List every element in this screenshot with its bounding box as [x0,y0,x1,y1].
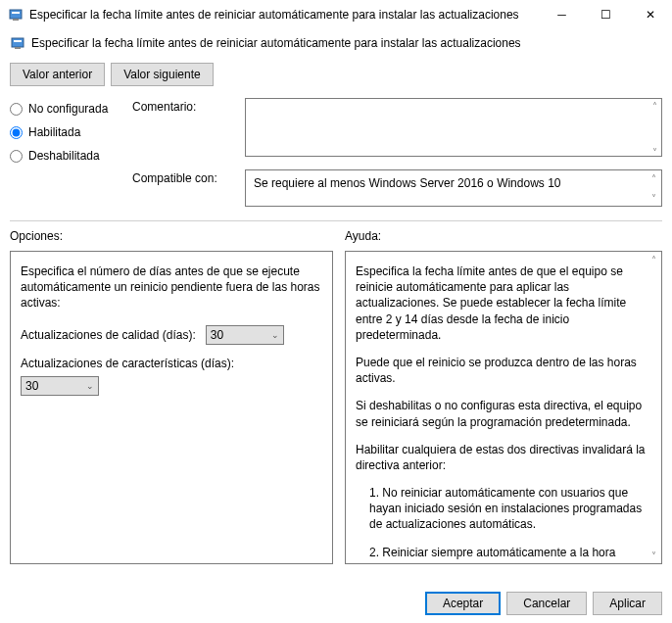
policy-icon [10,35,25,51]
apply-button[interactable]: Aplicar [593,592,662,615]
help-column: Ayuda: ˄ Especifica la fecha límite ante… [345,229,662,564]
upper-panel: No configurada Habilitada Deshabilitada … [0,98,672,216]
comment-label: Comentario: [132,98,245,114]
radio-label: Deshabilitada [28,149,100,163]
options-column: Opciones: Especifica el número de días a… [10,229,333,564]
svg-rect-0 [10,10,22,19]
feature-select[interactable]: 30 ⌄ [21,376,99,396]
svg-rect-5 [15,47,21,49]
quality-value: 30 [211,328,223,342]
radio-disabled-input[interactable] [10,150,23,163]
quality-select[interactable]: 30 ⌄ [206,325,284,345]
help-li2: 2. Reiniciar siempre automáticamente a l… [356,545,648,564]
options-description: Especifica el número de días antes de qu… [21,264,322,312]
scroll-up-icon[interactable]: ˄ [648,172,659,184]
window-title: Especificar la fecha límite antes de rei… [29,8,540,22]
footer-buttons: Aceptar Cancelar Aplicar [425,592,662,615]
policy-title: Especificar la fecha límite antes de rei… [31,36,521,50]
lower-panel: Opciones: Especifica el número de días a… [0,229,672,564]
compat-label: Compatible con: [132,169,245,185]
options-label: Opciones: [10,229,333,243]
chevron-down-icon: ⌄ [86,381,94,391]
scroll-up-icon[interactable]: ˄ [648,100,660,112]
help-text: Especifica la fecha límite antes de que … [356,264,648,564]
compat-value: Se requiere al menos Windows Server 2016… [254,176,561,190]
radio-not-configured-input[interactable] [10,103,23,116]
svg-rect-1 [12,12,20,14]
ok-button[interactable]: Aceptar [425,592,501,615]
window-buttons: ─ ☐ ✕ [540,0,672,29]
help-p4: Habilitar cualquiera de estas dos direct… [356,442,648,473]
compat-row: Compatible con: Se requiere al menos Win… [132,169,662,207]
radio-enabled[interactable]: Habilitada [10,125,122,139]
options-box: Especifica el número de días antes de qu… [10,251,333,564]
help-p2: Puede que el reinicio se produzca dentro… [356,355,648,386]
minimize-button[interactable]: ─ [540,0,584,29]
help-p3: Si deshabilitas o no configuras esta dir… [356,398,648,429]
radio-enabled-input[interactable] [10,126,23,139]
close-button[interactable]: ✕ [628,0,672,29]
scroll-down-icon[interactable]: ˅ [648,146,660,158]
help-box: ˄ Especifica la fecha límite antes de qu… [345,251,662,564]
radio-label: No configurada [28,102,108,116]
scroll-up-icon[interactable]: ˄ [648,254,659,265]
radio-label: Habilitada [28,125,80,139]
compat-box: Se requiere al menos Windows Server 2016… [245,169,662,207]
feature-value: 30 [25,379,38,393]
feature-select-row: 30 ⌄ [21,376,322,396]
prev-button[interactable]: Valor anterior [10,63,105,86]
quality-row: Actualizaciones de calidad (días): 30 ⌄ [21,325,322,345]
nav-buttons: Valor anterior Valor siguiente [0,57,672,98]
feature-row: Actualizaciones de características (días… [21,357,322,370]
cancel-button[interactable]: Cancelar [506,592,587,615]
next-button[interactable]: Valor siguiente [111,63,214,86]
divider [10,220,662,221]
app-icon [8,7,24,23]
help-li1: 1. No reiniciar automáticamente con usua… [356,485,648,533]
chevron-down-icon: ⌄ [271,330,279,340]
fields-col: Comentario: ˄ ˅ Compatible con: Se requi… [132,98,662,216]
radio-not-configured[interactable]: No configurada [10,102,122,116]
svg-rect-3 [12,38,24,47]
svg-rect-2 [13,19,19,21]
scroll-down-icon[interactable]: ˅ [648,192,659,204]
radio-group: No configurada Habilitada Deshabilitada [10,98,122,216]
help-label: Ayuda: [345,229,662,243]
feature-label: Actualizaciones de características (días… [21,357,322,370]
titlebar: Especificar la fecha límite antes de rei… [0,0,672,29]
subheader: Especificar la fecha límite antes de rei… [0,29,672,57]
help-p1: Especifica la fecha límite antes de que … [356,264,648,343]
svg-rect-4 [14,40,22,42]
radio-disabled[interactable]: Deshabilitada [10,149,122,163]
comment-row: Comentario: ˄ ˅ [132,98,662,160]
scroll-down-icon[interactable]: ˅ [648,550,659,561]
comment-textarea[interactable] [245,98,662,157]
quality-label: Actualizaciones de calidad (días): [21,328,196,342]
maximize-button[interactable]: ☐ [584,0,628,29]
